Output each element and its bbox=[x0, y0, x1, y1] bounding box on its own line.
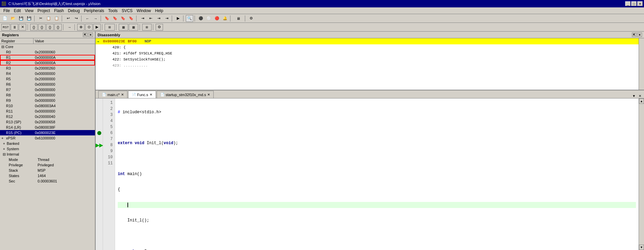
system-expand-icon[interactable]: + bbox=[1, 147, 7, 151]
tb2-step[interactable]: → bbox=[66, 24, 73, 31]
disasm-scrollbar[interactable] bbox=[639, 38, 644, 90]
tb-run[interactable]: ▶ bbox=[174, 15, 182, 22]
menu-file[interactable]: File bbox=[1, 8, 12, 14]
tb-indent2[interactable]: ⇥ bbox=[155, 15, 162, 22]
tb2-brace2[interactable]: {} bbox=[38, 24, 46, 31]
menu-bar: File Edit View Project Flash Debug Perip… bbox=[0, 7, 644, 14]
registers-header-controls[interactable]: ⇱ ✕ bbox=[83, 33, 93, 37]
tb-redo[interactable]: ↪ bbox=[72, 15, 80, 22]
core-section[interactable]: ⊟ Core bbox=[0, 44, 95, 49]
tab-controls[interactable]: ▼ ✕ bbox=[631, 93, 644, 98]
tb2-tools[interactable]: ⚙ bbox=[156, 24, 163, 31]
disassembly-float-btn[interactable]: ⇱ bbox=[632, 33, 637, 37]
tb-nav-back[interactable]: ← bbox=[84, 15, 91, 22]
tb-settings[interactable]: ⚙ bbox=[248, 15, 255, 22]
code-line-9 bbox=[118, 233, 636, 239]
breakpoint-dot-6[interactable] bbox=[97, 131, 101, 135]
tb-open[interactable]: 📂 bbox=[9, 15, 17, 22]
xpsr-expand[interactable]: + bbox=[1, 136, 5, 140]
tb-bookmark3[interactable]: 🔖 bbox=[119, 15, 127, 22]
code-editor[interactable]: # include<stdio.h> extern void Init_l( v… bbox=[115, 98, 639, 250]
tb-save[interactable]: 💾 bbox=[17, 15, 25, 22]
tab-func-s-close[interactable]: ✕ bbox=[150, 93, 152, 96]
disassembly-close-btn[interactable]: ✕ bbox=[637, 33, 642, 37]
internal-expand-icon[interactable]: ⊟ bbox=[1, 152, 7, 157]
tb2-mem2[interactable]: ▦ bbox=[129, 24, 138, 31]
code-scroll-down[interactable]: ▼ bbox=[639, 245, 644, 250]
registers-close-btn[interactable]: ✕ bbox=[88, 33, 93, 37]
tb2-brace4[interactable]: {} bbox=[54, 24, 62, 31]
tb2-btn2[interactable]: ⏸ bbox=[11, 24, 18, 31]
tb2-mem[interactable]: ▦ bbox=[119, 24, 128, 31]
tb-view[interactable]: 🖥 bbox=[233, 15, 244, 22]
core-expand-icon[interactable]: ⊟ bbox=[0, 45, 5, 49]
tb-dbg4[interactable]: 🔔 bbox=[221, 15, 229, 22]
tb-unindent[interactable]: ⇤ bbox=[147, 15, 154, 22]
tb2-btn3[interactable]: ✕ bbox=[19, 24, 26, 31]
tb-saveall[interactable]: 💾 bbox=[25, 15, 33, 22]
code-scroll-track[interactable] bbox=[639, 104, 644, 245]
menu-tools[interactable]: Tools bbox=[106, 8, 120, 14]
disasm-line-5: 423: ........... bbox=[96, 62, 639, 69]
code-8-call: Init_l(); bbox=[127, 218, 149, 223]
menu-debug[interactable]: Debug bbox=[66, 8, 82, 14]
tb2-rst[interactable]: RST bbox=[1, 24, 10, 31]
menu-help[interactable]: Help bbox=[153, 8, 165, 14]
tb2-over[interactable]: ⊕ bbox=[77, 24, 85, 31]
banked-expand-icon[interactable]: + bbox=[1, 141, 7, 145]
tb-new[interactable]: 📄 bbox=[1, 15, 9, 22]
tab-func-s[interactable]: 📄 Func.s ✕ bbox=[128, 91, 156, 98]
banked-section[interactable]: + Banked bbox=[0, 141, 95, 146]
tb-copy[interactable]: 📋 bbox=[45, 15, 52, 22]
tab-scroll-left[interactable]: ▼ bbox=[631, 93, 637, 98]
tb-dbg2[interactable]: ⚪ bbox=[205, 15, 213, 22]
tab-main-c-close[interactable]: ✕ bbox=[121, 93, 124, 96]
registers-float-btn[interactable]: ⇱ bbox=[83, 33, 88, 37]
reg-r2-value: 0x0000000A bbox=[34, 61, 95, 65]
tb-bookmark2[interactable]: 🔖 bbox=[111, 15, 119, 22]
tb2-disasm[interactable]: ⊞ bbox=[105, 24, 115, 31]
tab-startup-close[interactable]: ✕ bbox=[207, 93, 210, 96]
tb2-out[interactable]: ⊙ bbox=[85, 24, 93, 31]
tb-dbg3[interactable]: 🔴 bbox=[213, 15, 221, 22]
tb2-brace1[interactable]: {} bbox=[30, 24, 38, 31]
maximize-button[interactable]: □ bbox=[631, 1, 637, 6]
code-scroll-up[interactable]: ▲ bbox=[639, 98, 644, 104]
tab-startup[interactable]: 📄 startup_stm32f10x_md.s ✕ bbox=[157, 91, 214, 98]
sep6 bbox=[172, 15, 173, 22]
tb-nav-fwd[interactable]: → bbox=[92, 15, 99, 22]
reg-r14-value: 0x0800038F bbox=[34, 125, 95, 129]
title-controls[interactable]: _ □ ✕ bbox=[625, 1, 643, 6]
tb2-watch[interactable]: ⊞ bbox=[142, 24, 152, 31]
menu-peripherals[interactable]: Peripherals bbox=[82, 8, 106, 14]
tb-indent3[interactable]: ⇥ bbox=[163, 15, 170, 22]
tb-dbg1[interactable]: ⚫ bbox=[197, 15, 205, 22]
menu-project[interactable]: Project bbox=[36, 8, 52, 14]
menu-flash[interactable]: Flash bbox=[52, 8, 66, 14]
tab-main-c[interactable]: 📄 main.c* ✕ bbox=[98, 91, 127, 98]
menu-window[interactable]: Window bbox=[135, 8, 153, 14]
menu-edit[interactable]: Edit bbox=[12, 8, 23, 14]
tb2-run2[interactable]: ▶ bbox=[93, 24, 101, 31]
tb-paste[interactable]: 📋 bbox=[53, 15, 60, 22]
menu-svcs[interactable]: SVCS bbox=[120, 8, 135, 14]
menu-view[interactable]: View bbox=[23, 8, 36, 14]
internal-privilege-value: Privileged bbox=[36, 163, 95, 167]
tb-undo[interactable]: ↩ bbox=[64, 15, 72, 22]
system-section[interactable]: + System bbox=[0, 146, 95, 152]
disassembly-controls[interactable]: ⇱ ✕ bbox=[632, 33, 642, 37]
internal-section[interactable]: ⊟ Internal bbox=[0, 152, 95, 157]
main-layout: Registers ⇱ ✕ Register Value ⊟ Core R0 0… bbox=[0, 32, 644, 250]
code-vscrollbar[interactable]: ▲ ▼ bbox=[639, 98, 644, 250]
tb-cut[interactable]: ✂ bbox=[37, 15, 44, 22]
internal-mode: Mode Thread bbox=[0, 157, 95, 162]
tb-search[interactable]: 🔍 bbox=[186, 15, 193, 22]
close-button[interactable]: ✕ bbox=[637, 1, 643, 6]
tb-indent[interactable]: ⇥ bbox=[139, 15, 146, 22]
tb-bookmark4[interactable]: 🔖 bbox=[127, 15, 135, 22]
tb2-brace3[interactable]: {} bbox=[46, 24, 54, 31]
minimize-button[interactable]: _ bbox=[625, 1, 631, 6]
tab-close-all[interactable]: ✕ bbox=[637, 93, 643, 98]
disasm-line-2: 420: { bbox=[96, 44, 639, 50]
tb-bookmark[interactable]: 🔖 bbox=[103, 15, 111, 22]
